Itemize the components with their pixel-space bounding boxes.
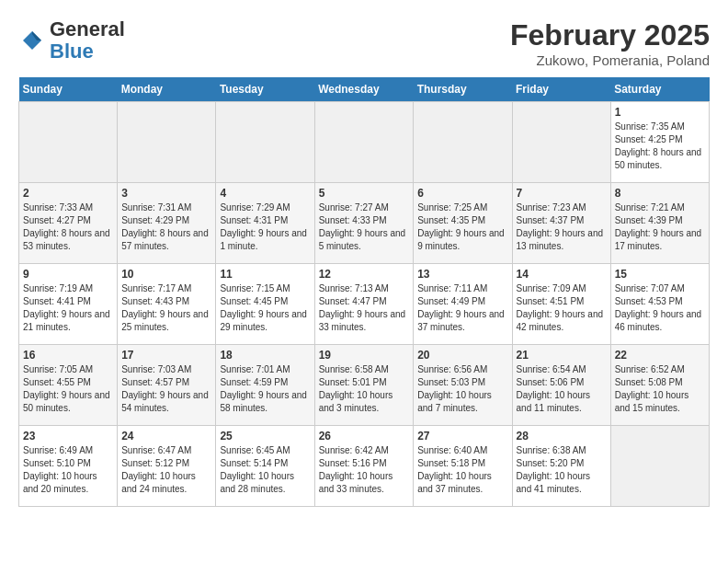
day-info: Sunrise: 7:29 AM Sunset: 4:31 PM Dayligh… bbox=[220, 201, 310, 253]
day-info: Sunrise: 7:27 AM Sunset: 4:33 PM Dayligh… bbox=[319, 201, 410, 253]
calendar-day-cell bbox=[118, 102, 216, 183]
day-info: Sunrise: 7:15 AM Sunset: 4:45 PM Dayligh… bbox=[220, 282, 310, 334]
day-number: 27 bbox=[417, 430, 507, 442]
calendar-header-row: SundayMondayTuesdayWednesdayThursdayFrid… bbox=[19, 77, 710, 102]
day-info: Sunrise: 6:58 AM Sunset: 5:01 PM Dayligh… bbox=[319, 363, 410, 415]
calendar-day-cell: 6Sunrise: 7:25 AM Sunset: 4:35 PM Daylig… bbox=[414, 183, 512, 264]
day-info: Sunrise: 7:25 AM Sunset: 4:35 PM Dayligh… bbox=[417, 201, 507, 253]
day-number: 11 bbox=[220, 268, 310, 281]
day-number: 7 bbox=[517, 187, 607, 200]
calendar-day-cell: 18Sunrise: 7:01 AM Sunset: 4:59 PM Dayli… bbox=[216, 345, 314, 426]
day-info: Sunrise: 7:21 AM Sunset: 4:39 PM Dayligh… bbox=[615, 201, 705, 253]
calendar-day-cell: 24Sunrise: 6:47 AM Sunset: 5:12 PM Dayli… bbox=[118, 426, 216, 507]
logo-general: General bbox=[50, 17, 125, 40]
day-number: 3 bbox=[121, 187, 211, 200]
calendar-day-cell bbox=[314, 102, 414, 183]
day-number: 22 bbox=[615, 349, 705, 362]
calendar-week-row: 9Sunrise: 7:19 AM Sunset: 4:41 PM Daylig… bbox=[19, 264, 710, 345]
weekday-header: Monday bbox=[118, 77, 216, 102]
day-number: 16 bbox=[23, 349, 113, 362]
calendar-day-cell: 23Sunrise: 6:49 AM Sunset: 5:10 PM Dayli… bbox=[19, 426, 118, 507]
calendar-day-cell: 2Sunrise: 7:33 AM Sunset: 4:27 PM Daylig… bbox=[19, 183, 118, 264]
calendar-day-cell: 12Sunrise: 7:13 AM Sunset: 4:47 PM Dayli… bbox=[314, 264, 414, 345]
calendar-week-row: 1Sunrise: 7:35 AM Sunset: 4:25 PM Daylig… bbox=[19, 102, 710, 183]
day-info: Sunrise: 6:42 AM Sunset: 5:16 PM Dayligh… bbox=[319, 444, 410, 496]
day-number: 18 bbox=[220, 349, 310, 362]
calendar-day-cell: 7Sunrise: 7:23 AM Sunset: 4:37 PM Daylig… bbox=[512, 183, 610, 264]
calendar-day-cell: 11Sunrise: 7:15 AM Sunset: 4:45 PM Dayli… bbox=[216, 264, 314, 345]
day-number: 23 bbox=[23, 430, 113, 442]
day-number: 24 bbox=[121, 430, 211, 442]
day-info: Sunrise: 7:05 AM Sunset: 4:55 PM Dayligh… bbox=[23, 363, 113, 415]
calendar-day-cell bbox=[414, 102, 512, 183]
day-info: Sunrise: 6:47 AM Sunset: 5:12 PM Dayligh… bbox=[121, 444, 211, 496]
day-info: Sunrise: 7:23 AM Sunset: 4:37 PM Dayligh… bbox=[517, 201, 607, 253]
day-info: Sunrise: 7:19 AM Sunset: 4:41 PM Dayligh… bbox=[23, 282, 113, 334]
day-info: Sunrise: 6:45 AM Sunset: 5:14 PM Dayligh… bbox=[220, 444, 310, 496]
day-number: 28 bbox=[517, 430, 607, 442]
calendar-day-cell: 26Sunrise: 6:42 AM Sunset: 5:16 PM Dayli… bbox=[314, 426, 414, 507]
calendar-day-cell: 5Sunrise: 7:27 AM Sunset: 4:33 PM Daylig… bbox=[314, 183, 414, 264]
calendar-day-cell: 25Sunrise: 6:45 AM Sunset: 5:14 PM Dayli… bbox=[216, 426, 314, 507]
day-number: 14 bbox=[517, 268, 607, 281]
day-info: Sunrise: 7:01 AM Sunset: 4:59 PM Dayligh… bbox=[220, 363, 310, 415]
calendar-day-cell: 9Sunrise: 7:19 AM Sunset: 4:41 PM Daylig… bbox=[19, 264, 118, 345]
calendar-day-cell: 3Sunrise: 7:31 AM Sunset: 4:29 PM Daylig… bbox=[118, 183, 216, 264]
day-info: Sunrise: 6:56 AM Sunset: 5:03 PM Dayligh… bbox=[417, 363, 507, 415]
calendar-day-cell bbox=[610, 426, 709, 507]
main-title: February 2025 bbox=[510, 18, 710, 52]
day-number: 2 bbox=[23, 187, 113, 200]
day-number: 15 bbox=[615, 268, 705, 281]
calendar-day-cell: 22Sunrise: 6:52 AM Sunset: 5:08 PM Dayli… bbox=[610, 345, 709, 426]
day-info: Sunrise: 7:07 AM Sunset: 4:53 PM Dayligh… bbox=[615, 282, 705, 334]
day-number: 25 bbox=[220, 430, 310, 442]
day-info: Sunrise: 6:38 AM Sunset: 5:20 PM Dayligh… bbox=[517, 444, 607, 496]
logo-icon bbox=[18, 27, 46, 54]
weekday-header: Thursday bbox=[414, 77, 512, 102]
day-info: Sunrise: 7:17 AM Sunset: 4:43 PM Dayligh… bbox=[121, 282, 211, 334]
day-info: Sunrise: 6:40 AM Sunset: 5:18 PM Dayligh… bbox=[417, 444, 507, 496]
calendar-day-cell bbox=[19, 102, 118, 183]
day-number: 8 bbox=[615, 187, 705, 200]
calendar-table: SundayMondayTuesdayWednesdayThursdayFrid… bbox=[18, 77, 710, 507]
calendar-day-cell: 4Sunrise: 7:29 AM Sunset: 4:31 PM Daylig… bbox=[216, 183, 314, 264]
weekday-header: Sunday bbox=[19, 77, 118, 102]
day-info: Sunrise: 6:54 AM Sunset: 5:06 PM Dayligh… bbox=[517, 363, 607, 415]
calendar-day-cell: 16Sunrise: 7:05 AM Sunset: 4:55 PM Dayli… bbox=[19, 345, 118, 426]
day-number: 19 bbox=[319, 349, 410, 362]
calendar-day-cell: 19Sunrise: 6:58 AM Sunset: 5:01 PM Dayli… bbox=[314, 345, 414, 426]
logo-blue: Blue bbox=[50, 40, 94, 63]
title-block: February 2025 Zukowo, Pomerania, Poland bbox=[510, 18, 710, 68]
day-number: 9 bbox=[23, 268, 113, 281]
calendar-day-cell: 10Sunrise: 7:17 AM Sunset: 4:43 PM Dayli… bbox=[118, 264, 216, 345]
subtitle: Zukowo, Pomerania, Poland bbox=[510, 52, 710, 68]
day-info: Sunrise: 7:33 AM Sunset: 4:27 PM Dayligh… bbox=[23, 201, 113, 253]
calendar-day-cell: 15Sunrise: 7:07 AM Sunset: 4:53 PM Dayli… bbox=[610, 264, 709, 345]
calendar-week-row: 23Sunrise: 6:49 AM Sunset: 5:10 PM Dayli… bbox=[19, 426, 710, 507]
day-info: Sunrise: 6:52 AM Sunset: 5:08 PM Dayligh… bbox=[615, 363, 705, 415]
weekday-header: Saturday bbox=[610, 77, 709, 102]
day-info: Sunrise: 6:49 AM Sunset: 5:10 PM Dayligh… bbox=[23, 444, 113, 496]
page-header: General Blue February 2025 Zukowo, Pomer… bbox=[18, 18, 710, 68]
calendar-day-cell: 27Sunrise: 6:40 AM Sunset: 5:18 PM Dayli… bbox=[414, 426, 512, 507]
day-number: 1 bbox=[615, 106, 705, 119]
weekday-header: Tuesday bbox=[216, 77, 314, 102]
calendar-day-cell bbox=[216, 102, 314, 183]
calendar-week-row: 2Sunrise: 7:33 AM Sunset: 4:27 PM Daylig… bbox=[19, 183, 710, 264]
calendar-day-cell: 17Sunrise: 7:03 AM Sunset: 4:57 PM Dayli… bbox=[118, 345, 216, 426]
day-number: 17 bbox=[121, 349, 211, 362]
day-info: Sunrise: 7:35 AM Sunset: 4:25 PM Dayligh… bbox=[615, 121, 705, 172]
calendar-day-cell: 1Sunrise: 7:35 AM Sunset: 4:25 PM Daylig… bbox=[610, 102, 709, 183]
weekday-header: Wednesday bbox=[314, 77, 414, 102]
calendar-day-cell: 13Sunrise: 7:11 AM Sunset: 4:49 PM Dayli… bbox=[414, 264, 512, 345]
day-info: Sunrise: 7:09 AM Sunset: 4:51 PM Dayligh… bbox=[517, 282, 607, 334]
day-number: 12 bbox=[319, 268, 410, 281]
day-info: Sunrise: 7:03 AM Sunset: 4:57 PM Dayligh… bbox=[121, 363, 211, 415]
logo-text: General Blue bbox=[50, 18, 125, 63]
day-info: Sunrise: 7:31 AM Sunset: 4:29 PM Dayligh… bbox=[121, 201, 211, 253]
day-info: Sunrise: 7:13 AM Sunset: 4:47 PM Dayligh… bbox=[319, 282, 410, 334]
calendar-day-cell bbox=[512, 102, 610, 183]
calendar-day-cell: 28Sunrise: 6:38 AM Sunset: 5:20 PM Dayli… bbox=[512, 426, 610, 507]
calendar-day-cell: 20Sunrise: 6:56 AM Sunset: 5:03 PM Dayli… bbox=[414, 345, 512, 426]
day-number: 20 bbox=[417, 349, 507, 362]
